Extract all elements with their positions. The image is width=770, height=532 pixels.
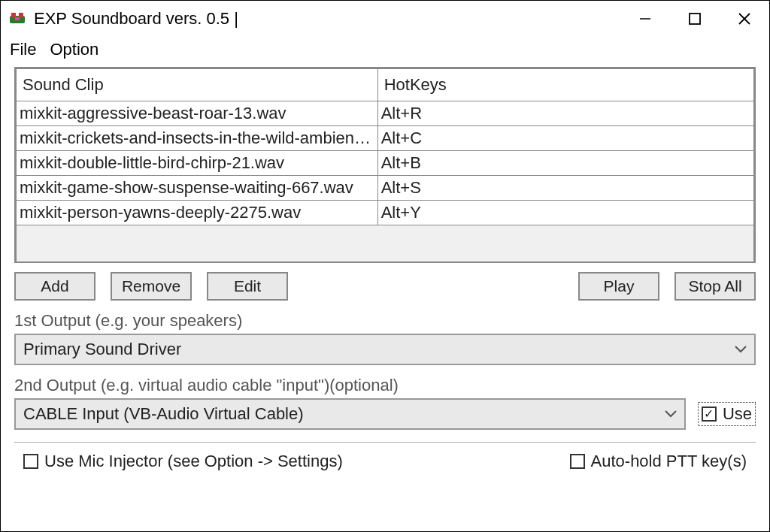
output1-dropdown[interactable]: Primary Sound Driver (14, 334, 756, 365)
cell-clip: mixkit-aggressive-beast-roar-13.wav (17, 101, 378, 126)
use-output2-checkbox[interactable]: ✓ Use (698, 402, 756, 426)
svg-rect-1 (11, 13, 16, 17)
minimize-button[interactable] (620, 1, 670, 37)
table-filler (17, 225, 754, 261)
output2-value: CABLE Input (VB-Audio Virtual Cable) (23, 404, 304, 424)
output1-value: Primary Sound Driver (23, 340, 181, 359)
menu-option[interactable]: Option (50, 40, 99, 59)
output2-dropdown[interactable]: CABLE Input (VB-Audio Virtual Cable) (14, 398, 686, 430)
output1-label: 1st Output (e.g. your speakers) (14, 311, 756, 331)
content-area: Sound Clip HotKeys mixkit-aggressive-bea… (1, 67, 769, 479)
cell-clip: mixkit-double-little-bird-chirp-21.wav (17, 151, 378, 176)
cell-clip: mixkit-person-yawns-deeply-2275.wav (17, 201, 378, 225)
cell-hotkey: Alt+C (377, 126, 753, 151)
bottom-row: Use Mic Injector (see Option -> Settings… (14, 452, 756, 471)
app-icon (8, 10, 26, 28)
stop-all-button[interactable]: Stop All (675, 272, 756, 301)
svg-rect-5 (690, 14, 700, 24)
play-button[interactable]: Play (578, 272, 659, 301)
menubar: File Option (1, 37, 769, 67)
window-controls (620, 1, 769, 37)
table-row[interactable]: mixkit-game-show-suspense-waiting-667.wa… (17, 176, 754, 201)
table-row[interactable]: mixkit-person-yawns-deeply-2275.wav Alt+… (17, 201, 754, 225)
mic-injector-label: Use Mic Injector (see Option -> Settings… (44, 452, 343, 471)
mic-injector-checkbox[interactable]: Use Mic Injector (see Option -> Settings… (23, 452, 343, 471)
checkbox-icon (570, 454, 585, 469)
window-title: EXP Soundboard vers. 0.5 | (34, 9, 620, 29)
titlebar: EXP Soundboard vers. 0.5 | (1, 1, 769, 37)
auto-ptt-checkbox[interactable]: Auto-hold PTT key(s) (570, 452, 747, 471)
menu-file[interactable]: File (10, 40, 36, 59)
chevron-down-icon (665, 407, 677, 421)
cell-hotkey: Alt+B (377, 151, 753, 176)
col-header-hotkeys[interactable]: HotKeys (377, 69, 753, 101)
checkbox-icon: ✓ (702, 407, 717, 422)
cell-hotkey: Alt+S (377, 176, 753, 201)
output2-label: 2nd Output (e.g. virtual audio cable "in… (14, 376, 756, 395)
table-row[interactable]: mixkit-aggressive-beast-roar-13.wav Alt+… (17, 101, 754, 126)
add-button[interactable]: Add (14, 272, 95, 301)
divider (14, 442, 756, 443)
button-row: Add Remove Edit Play Stop All (14, 272, 756, 301)
checkbox-icon (23, 454, 38, 469)
cell-clip: mixkit-crickets-and-insects-in-the-wild-… (17, 126, 378, 151)
edit-button[interactable]: Edit (207, 272, 288, 301)
svg-rect-3 (15, 17, 20, 20)
maximize-button[interactable] (670, 1, 720, 37)
col-header-clip[interactable]: Sound Clip (17, 69, 378, 101)
chevron-down-icon (735, 343, 747, 356)
table-row[interactable]: mixkit-double-little-bird-chirp-21.wav A… (17, 151, 754, 176)
use-label: Use (723, 404, 752, 424)
sound-table: Sound Clip HotKeys mixkit-aggressive-bea… (14, 67, 756, 263)
close-button[interactable] (720, 1, 769, 37)
auto-ptt-label: Auto-hold PTT key(s) (591, 452, 747, 471)
table-row[interactable]: mixkit-crickets-and-insects-in-the-wild-… (17, 126, 754, 151)
cell-hotkey: Alt+Y (377, 201, 753, 225)
svg-rect-2 (19, 13, 23, 17)
cell-clip: mixkit-game-show-suspense-waiting-667.wa… (17, 176, 378, 201)
remove-button[interactable]: Remove (111, 272, 192, 301)
cell-hotkey: Alt+R (377, 101, 753, 126)
